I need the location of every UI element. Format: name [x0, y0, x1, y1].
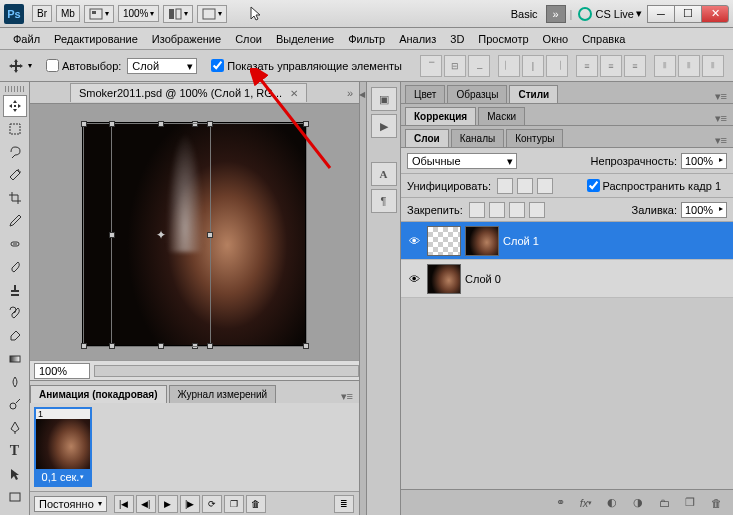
layer-name[interactable]: Слой 1 — [503, 235, 729, 247]
align-left-button[interactable]: ⎸ — [498, 55, 520, 77]
lock-transparent-icon[interactable] — [469, 202, 485, 218]
canvas-area[interactable]: ✦ — [30, 104, 359, 360]
tween-button[interactable]: ⟳ — [202, 495, 222, 513]
menu-image[interactable]: Изображение — [145, 31, 228, 47]
minimize-button[interactable]: ─ — [647, 5, 675, 23]
pen-tool[interactable] — [3, 417, 27, 439]
timeline-mode-button[interactable]: ≣ — [334, 495, 354, 513]
layer-thumb[interactable] — [427, 226, 461, 256]
link-layers-button[interactable]: ⚭ — [549, 493, 571, 513]
blur-tool[interactable] — [3, 371, 27, 393]
menu-filter[interactable]: Фильтр — [341, 31, 392, 47]
distribute-hcenter-button[interactable]: ⦀ — [678, 55, 700, 77]
tab-swatches[interactable]: Образцы — [447, 85, 507, 103]
transform-center-icon[interactable]: ✦ — [155, 229, 167, 241]
animation-frame[interactable]: 1 0,1 сек.▾ — [34, 407, 92, 487]
lock-pixels-icon[interactable] — [489, 202, 505, 218]
blend-mode-dropdown[interactable]: Обычные — [407, 153, 517, 169]
distribute-left-button[interactable]: ⦀ — [654, 55, 676, 77]
type-tool[interactable]: T — [3, 440, 27, 462]
show-controls-checkbox[interactable]: Показать управляющие элементы — [211, 59, 402, 72]
arrange-dropdown[interactable] — [163, 5, 193, 23]
close-button[interactable]: ✕ — [701, 5, 729, 23]
tab-nav-button[interactable]: » — [341, 87, 359, 99]
scrollbar-h[interactable] — [94, 365, 359, 377]
maximize-button[interactable]: ☐ — [674, 5, 702, 23]
layer-row[interactable]: 👁 Слой 1 — [401, 222, 733, 260]
menu-layer[interactable]: Слои — [228, 31, 269, 47]
menu-3d[interactable]: 3D — [443, 31, 471, 47]
menu-select[interactable]: Выделение — [269, 31, 341, 47]
distribute-top-button[interactable]: ≡ — [576, 55, 598, 77]
layer-thumb-content[interactable] — [465, 226, 499, 256]
cslive-button[interactable]: CS Live▾ — [578, 7, 642, 21]
brush-tool[interactable] — [3, 256, 27, 278]
opacity-input[interactable]: 100% — [681, 153, 727, 169]
workspace-expand-button[interactable]: » — [546, 5, 566, 23]
zoom-dropdown[interactable]: 100% — [118, 5, 160, 22]
layer-style-button[interactable]: fx▾ — [575, 493, 597, 513]
zoom-input[interactable]: 100% — [34, 363, 90, 379]
canvas[interactable]: ✦ — [82, 122, 306, 346]
collapsed-history-icon[interactable]: ▣ — [371, 87, 397, 111]
layer-thumb[interactable] — [427, 264, 461, 294]
distribute-right-button[interactable]: ⦀ — [702, 55, 724, 77]
loop-dropdown[interactable]: Постоянно▾ — [34, 496, 107, 512]
unify-position-icon[interactable] — [497, 178, 513, 194]
align-right-button[interactable]: ⎹ — [546, 55, 568, 77]
lasso-tool[interactable] — [3, 141, 27, 163]
styles-menu-icon[interactable]: ▾≡ — [709, 90, 733, 103]
first-frame-button[interactable]: |◀ — [114, 495, 134, 513]
layer-group-button[interactable]: 🗀 — [653, 493, 675, 513]
tab-color[interactable]: Цвет — [405, 85, 445, 103]
unify-visibility-icon[interactable] — [517, 178, 533, 194]
wand-tool[interactable] — [3, 164, 27, 186]
lock-position-icon[interactable] — [509, 202, 525, 218]
document-tab[interactable]: Smoker2011.psd @ 100% (Слой 1, RG... ✕ — [70, 83, 307, 102]
new-layer-button[interactable]: ❐ — [679, 493, 701, 513]
panel-divider[interactable] — [359, 82, 367, 515]
transform-bounds-inner[interactable]: ✦ — [111, 123, 211, 347]
minibridge-button[interactable]: Mb — [56, 5, 80, 22]
visibility-icon[interactable]: 👁 — [405, 270, 423, 288]
distribute-vcenter-button[interactable]: ≡ — [600, 55, 622, 77]
move-tool[interactable] — [3, 95, 27, 117]
history-brush-tool[interactable] — [3, 302, 27, 324]
adjustments-menu-icon[interactable]: ▾≡ — [709, 112, 733, 125]
prev-frame-button[interactable]: ◀| — [136, 495, 156, 513]
adjustment-layer-button[interactable]: ◑ — [627, 493, 649, 513]
lock-all-icon[interactable] — [529, 202, 545, 218]
tab-animation[interactable]: Анимация (покадровая) — [30, 385, 167, 403]
path-select-tool[interactable] — [3, 463, 27, 485]
align-bottom-button[interactable]: ⎽ — [468, 55, 490, 77]
unify-style-icon[interactable] — [537, 178, 553, 194]
layer-name[interactable]: Слой 0 — [465, 273, 729, 285]
tab-masks[interactable]: Маски — [478, 107, 525, 125]
layer-row[interactable]: 👁 Слой 0 — [401, 260, 733, 298]
crop-tool[interactable] — [3, 187, 27, 209]
layer-mask-button[interactable]: ◐ — [601, 493, 623, 513]
tab-channels[interactable]: Каналы — [451, 129, 505, 147]
dodge-tool[interactable] — [3, 394, 27, 416]
menu-window[interactable]: Окно — [536, 31, 576, 47]
fill-input[interactable]: 100% — [681, 202, 727, 218]
propagate-checkbox[interactable]: Распространить кадр 1 — [587, 179, 721, 192]
menu-file[interactable]: Файл — [6, 31, 47, 47]
next-frame-button[interactable]: |▶ — [180, 495, 200, 513]
shape-tool[interactable] — [3, 486, 27, 508]
workspace-label[interactable]: Basic — [511, 8, 538, 20]
collapsed-para-icon[interactable]: ¶ — [371, 189, 397, 213]
eyedropper-tool[interactable] — [3, 210, 27, 232]
animation-menu-icon[interactable]: ▾≡ — [335, 390, 359, 403]
align-hcenter-button[interactable]: | — [522, 55, 544, 77]
align-vcenter-button[interactable]: ⊟ — [444, 55, 466, 77]
tool-preset-dropdown[interactable]: ▾ — [28, 61, 32, 70]
view-extras-dropdown[interactable] — [84, 5, 114, 23]
marquee-tool[interactable] — [3, 118, 27, 140]
tab-layers[interactable]: Слои — [405, 129, 449, 147]
menu-analysis[interactable]: Анализ — [392, 31, 443, 47]
tab-close-icon[interactable]: ✕ — [290, 88, 298, 99]
gradient-tool[interactable] — [3, 348, 27, 370]
auto-select-target[interactable]: Слой — [127, 58, 197, 74]
tab-paths[interactable]: Контуры — [506, 129, 563, 147]
